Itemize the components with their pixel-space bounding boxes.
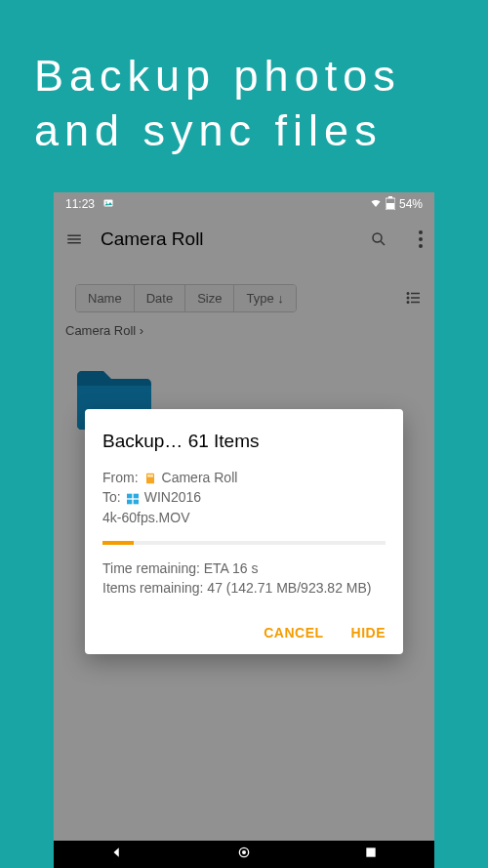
clock: 11:23 xyxy=(65,197,95,211)
nav-recent-icon[interactable] xyxy=(364,846,378,863)
from-value: Camera Roll xyxy=(162,468,238,487)
hero-line2: and sync files xyxy=(34,103,454,158)
svg-rect-16 xyxy=(147,475,148,477)
backup-dialog: Backup… 61 Items From: Camera Roll To: W… xyxy=(85,409,403,654)
dialog-title: Backup… 61 Items xyxy=(102,431,386,452)
svg-rect-20 xyxy=(133,493,138,498)
svg-point-24 xyxy=(242,850,246,854)
nav-back-icon[interactable] xyxy=(110,846,124,863)
wifi-icon xyxy=(370,197,382,212)
from-label: From: xyxy=(102,468,139,487)
time-remaining: Time remaining: ETA 16 s xyxy=(102,558,386,578)
svg-point-1 xyxy=(105,201,107,203)
to-label: To: xyxy=(102,487,121,507)
items-remaining: Items remaining: 47 (142.71 MB/923.82 MB… xyxy=(102,578,386,598)
windows-icon xyxy=(125,487,141,507)
svg-rect-4 xyxy=(386,203,394,209)
image-icon xyxy=(102,197,114,212)
status-bar: 11:23 54% xyxy=(54,192,434,216)
svg-rect-18 xyxy=(151,475,152,477)
svg-rect-17 xyxy=(149,475,150,477)
svg-rect-25 xyxy=(367,847,376,856)
cancel-button[interactable]: CANCEL xyxy=(264,625,323,641)
hero-line1: Backup photos xyxy=(34,49,454,103)
progress-fill xyxy=(102,541,134,545)
android-nav-bar xyxy=(54,841,434,868)
hide-button[interactable]: HIDE xyxy=(351,625,386,641)
phone-screenshot: 11:23 54% Camera Roll Na xyxy=(54,192,434,868)
svg-rect-3 xyxy=(388,196,392,198)
svg-rect-21 xyxy=(127,499,132,504)
to-value: WIN2016 xyxy=(144,487,201,507)
current-file: 4k-60fps.MOV xyxy=(102,508,386,527)
svg-rect-19 xyxy=(127,493,132,498)
nav-home-icon[interactable] xyxy=(236,845,252,864)
sdcard-icon xyxy=(142,468,158,487)
svg-rect-0 xyxy=(104,199,113,206)
battery-icon xyxy=(386,196,395,213)
progress-bar xyxy=(102,541,386,545)
battery-pct: 54% xyxy=(399,197,423,211)
hero-text: Backup photos and sync files xyxy=(0,0,488,188)
svg-rect-22 xyxy=(133,499,138,504)
